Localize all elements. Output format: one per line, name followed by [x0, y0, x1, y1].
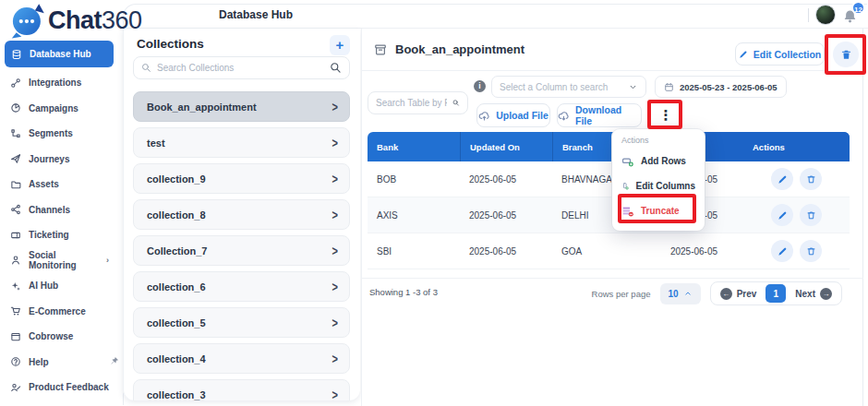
- table-row[interactable]: SBI 2025-06-05 GOA 2025-06-05: [368, 233, 850, 269]
- more-actions-kebab-button[interactable]: ⋮: [655, 104, 677, 127]
- collections-panel: Collections + Book_an_appointment> test>…: [123, 29, 360, 400]
- collection-title: Book_an_appointment: [395, 42, 524, 56]
- sidebar-item-help[interactable]: Help: [0, 350, 118, 376]
- search-icon: [330, 62, 342, 74]
- actions-menu-title: Actions: [621, 136, 695, 145]
- sidebar-item-journeys[interactable]: Journeys: [0, 147, 118, 173]
- trash-icon: [806, 246, 816, 257]
- sidebar-item-segments[interactable]: Segments: [0, 121, 118, 147]
- sidebar-item-integrations[interactable]: Integrations: [0, 70, 118, 96]
- database-icon: [11, 49, 22, 60]
- prev-page-button[interactable]: ← Prev: [711, 288, 766, 300]
- collection-item[interactable]: collection_8>: [133, 199, 350, 230]
- delete-row-button[interactable]: [800, 240, 822, 262]
- search-icon: [141, 63, 151, 73]
- delete-row-button[interactable]: [800, 204, 822, 226]
- cloud-download-icon: [558, 110, 570, 122]
- chat-bubble-icon: [9, 2, 46, 39]
- chevron-right-icon: >: [332, 280, 338, 294]
- menu-item-add-rows[interactable]: Add Rows: [621, 149, 695, 173]
- records-table: Bank Updated On Branch Actions BOB 2025-…: [368, 132, 850, 269]
- table-search-input[interactable]: [376, 98, 447, 108]
- column-search-select[interactable]: Select a Column to search: [491, 76, 646, 98]
- cloud-upload-icon: [478, 110, 490, 122]
- chevron-right-icon: >: [332, 244, 338, 258]
- table-row[interactable]: BOB 2025-06-05 BHAVNAGAR 2025-06-05: [368, 161, 850, 197]
- chevron-right-icon: >: [332, 136, 338, 150]
- table-row[interactable]: AXIS 2025-06-05 DELHI 2025-06-05: [368, 197, 850, 233]
- sidebar-item-cobrowse[interactable]: Cobrowse: [0, 324, 118, 350]
- column-header[interactable]: Updated On: [460, 132, 552, 161]
- collection-item[interactable]: collection_4>: [133, 343, 350, 374]
- download-file-button[interactable]: Download File: [557, 103, 642, 127]
- ecommerce-icon: [10, 305, 21, 316]
- collections-search-input[interactable]: [157, 63, 324, 73]
- archive-icon: [374, 43, 387, 56]
- sidebar-item-product-feedback[interactable]: Product Feedback: [0, 375, 118, 400]
- sidebar-item-ai-hub[interactable]: AI Hub: [0, 273, 118, 299]
- collection-item[interactable]: Collection_7>: [133, 235, 350, 266]
- menu-item-edit-columns[interactable]: Edit Columns: [621, 173, 695, 198]
- pencil-icon: [778, 246, 788, 257]
- collection-item[interactable]: test>: [133, 127, 350, 158]
- upload-file-button[interactable]: Upload File: [476, 103, 550, 127]
- collections-title: Collections: [137, 37, 204, 51]
- edit-row-button[interactable]: [771, 204, 793, 226]
- sidebar-item-assets[interactable]: Assets: [0, 172, 118, 197]
- pin-sidebar-icon[interactable]: [108, 355, 120, 367]
- edit-row-button[interactable]: [771, 240, 793, 262]
- pencil-icon: [778, 210, 788, 221]
- notifications-button[interactable]: 12: [842, 5, 861, 25]
- edit-collection-button[interactable]: Edit Collection: [735, 42, 825, 66]
- notification-count-badge: 12: [851, 1, 865, 15]
- add-collection-button[interactable]: +: [330, 35, 350, 55]
- collection-item[interactable]: collection_5>: [133, 307, 350, 338]
- add-rows-icon: [621, 155, 634, 168]
- rows-per-page-select[interactable]: 10: [660, 283, 701, 304]
- submenu-caret-icon: ›: [106, 256, 109, 265]
- sidebar-item-social-monitoring[interactable]: Social Monitoring ›: [0, 248, 118, 274]
- sidebar-item-database-hub[interactable]: Database Hub: [5, 41, 114, 67]
- header-divider: [362, 70, 863, 71]
- rows-per-page-label: Rows per page: [592, 289, 651, 299]
- edit-row-button[interactable]: [771, 168, 793, 190]
- column-header[interactable]: Actions: [743, 132, 850, 161]
- chevron-right-icon: >: [332, 388, 338, 400]
- table-search[interactable]: [368, 91, 468, 114]
- chevron-right-icon: >: [332, 352, 338, 366]
- trash-icon: [840, 49, 852, 61]
- collection-item[interactable]: collection_9>: [133, 163, 350, 194]
- column-header[interactable]: Bank: [368, 132, 460, 161]
- delete-row-button[interactable]: [800, 168, 822, 190]
- delete-collection-button[interactable]: [833, 42, 859, 67]
- next-page-button[interactable]: Next →: [786, 288, 841, 300]
- actions-dropdown-menu: Actions Add Rows Edit Columns Truncate: [612, 129, 705, 231]
- assets-icon: [10, 179, 21, 190]
- info-icon: i: [474, 80, 486, 92]
- sidebar-item-campaigns[interactable]: Campaigns: [0, 96, 118, 122]
- collection-item[interactable]: collection_6>: [133, 271, 350, 302]
- pager-group: ← Prev 1 Next →: [710, 281, 842, 305]
- current-page-button[interactable]: 1: [766, 284, 786, 303]
- menu-item-truncate[interactable]: Truncate: [621, 198, 695, 223]
- collection-item[interactable]: Book_an_appointment>: [133, 91, 350, 122]
- collection-item[interactable]: collection_3>: [133, 379, 350, 400]
- showing-range-text: Showing 1 -3 of 3: [369, 287, 438, 297]
- trash-icon: [806, 210, 816, 221]
- help-icon: [10, 356, 21, 367]
- sidebar-item-ticketing[interactable]: Ticketing: [0, 222, 118, 248]
- ticketing-icon: [10, 230, 21, 241]
- user-avatar[interactable]: [815, 5, 836, 25]
- pencil-icon: [739, 50, 748, 59]
- feedback-icon: [10, 382, 21, 393]
- collections-search[interactable]: [133, 56, 350, 79]
- pencil-icon: [778, 174, 788, 185]
- date-range-picker[interactable]: 2025-05-23 - 2025-06-05: [655, 76, 787, 98]
- chevron-right-icon: >: [332, 172, 338, 186]
- sidebar-item-ecommerce[interactable]: E-Commerce: [0, 299, 118, 325]
- campaigns-icon: [10, 102, 21, 113]
- integrations-icon: [10, 78, 21, 89]
- sidebar-item-channels[interactable]: Channels: [0, 197, 118, 223]
- trash-icon: [806, 174, 816, 185]
- chevron-down-icon: [628, 82, 638, 92]
